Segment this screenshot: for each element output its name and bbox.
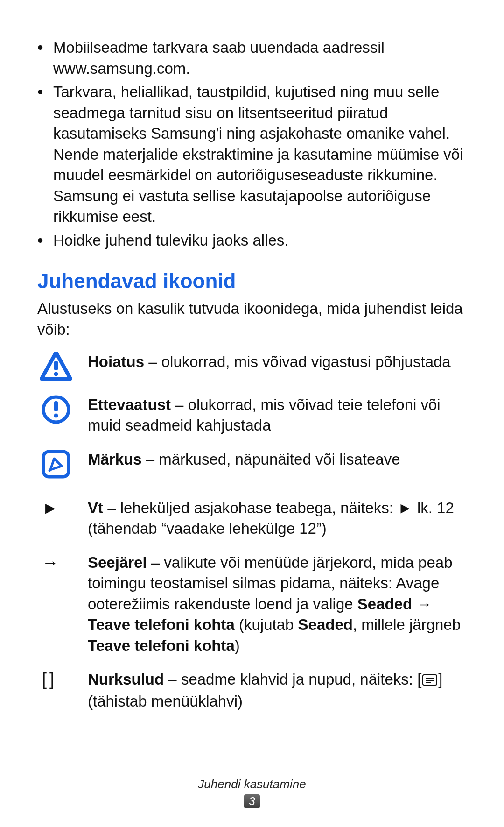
svg-point-1 xyxy=(54,372,58,376)
row-then: → Seejärel – valikute või menüüde järjek… xyxy=(37,552,476,657)
row-text: Märkus – märkused, näpunäited või lisate… xyxy=(88,449,476,470)
then-sep1: → xyxy=(412,595,432,613)
intro-paragraph: Alustuseks on kasulik tutvuda ikoonidega… xyxy=(37,298,476,340)
then-part3: , millele järgneb xyxy=(353,616,461,633)
row-caution: Ettevaatust – olukorrad, mis võivad teie… xyxy=(37,395,476,436)
bullet-item: Mobiilseadme tarkvara saab uuendada aadr… xyxy=(37,37,476,79)
row-see: ► Vt – leheküljed asjakohase teabega, nä… xyxy=(37,498,476,539)
row-brackets: [ ] Nurksulud – seadme klahvid ja nupud,… xyxy=(37,669,476,712)
caution-icon xyxy=(37,395,75,424)
row-rest: – olukorrad, mis võivad vigastusi põhjus… xyxy=(144,353,451,370)
row-note: Märkus – märkused, näpunäited või lisate… xyxy=(37,449,476,479)
row-text: Vt – leheküljed asjakohase teabega, näit… xyxy=(88,498,476,539)
menu-key-icon xyxy=(422,670,437,691)
row-label: Vt xyxy=(88,499,103,516)
then-symbol: → xyxy=(37,552,75,573)
then-part2: (kujutab xyxy=(235,616,298,633)
see-symbol: ► xyxy=(37,498,75,518)
brackets-symbol: [ ] xyxy=(37,669,75,689)
row-text: Hoiatus – olukorrad, mis võivad vigastus… xyxy=(88,352,476,373)
brackets-part1: – seadme klahvid ja nupud, näiteks: [ xyxy=(164,671,421,688)
section-title: Juhendavad ikoonid xyxy=(37,269,476,293)
row-warning: Hoiatus – olukorrad, mis võivad vigastus… xyxy=(37,352,476,382)
row-rest: – leheküljed asjakohase teabega, näiteks… xyxy=(88,499,454,537)
footer-title: Juhendi kasutamine xyxy=(0,777,504,792)
bullet-list: Mobiilseadme tarkvara saab uuendada aadr… xyxy=(37,37,476,251)
page-footer: Juhendi kasutamine 3 xyxy=(0,777,504,808)
page-number: 3 xyxy=(244,794,260,808)
bullet-item: Hoidke juhend tuleviku jaoks alles. xyxy=(37,230,476,251)
row-rest: – märkused, näpunäited või lisateave xyxy=(142,451,400,468)
then-part4: ) xyxy=(235,637,240,654)
then-bold3: Seaded xyxy=(298,616,353,633)
warning-icon xyxy=(37,352,75,382)
then-bold2: Teave telefoni kohta xyxy=(88,616,235,633)
bullet-item: Tarkvara, heliallikad, taustpildid, kuju… xyxy=(37,82,476,227)
svg-point-4 xyxy=(54,413,58,417)
then-bold4: Teave telefoni kohta xyxy=(88,637,235,654)
row-label: Hoiatus xyxy=(88,353,144,370)
row-label: Nurksulud xyxy=(88,671,164,688)
row-text: Nurksulud – seadme klahvid ja nupud, näi… xyxy=(88,669,476,712)
svg-rect-3 xyxy=(54,401,58,411)
row-text: Seejärel – valikute või menüüde järjekor… xyxy=(88,552,476,657)
then-bold1: Seaded xyxy=(357,595,412,613)
row-label: Ettevaatust xyxy=(88,396,171,413)
row-label: Seejärel xyxy=(88,554,147,571)
document-page: Mobiilseadme tarkvara saab uuendada aadr… xyxy=(0,0,504,827)
note-icon xyxy=(37,449,75,479)
svg-line-6 xyxy=(49,470,50,471)
row-text: Ettevaatust – olukorrad, mis võivad teie… xyxy=(88,395,476,436)
row-label: Märkus xyxy=(88,451,142,468)
svg-rect-5 xyxy=(43,452,69,477)
svg-rect-0 xyxy=(54,361,58,370)
